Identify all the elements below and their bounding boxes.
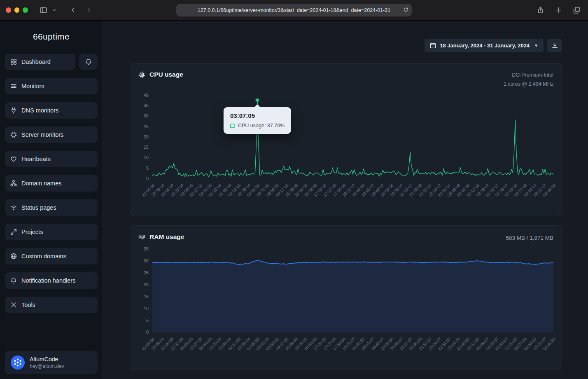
plug-icon — [10, 107, 17, 114]
user-card[interactable]: AltumCode hey@altum.dev — [5, 351, 98, 374]
download-button[interactable] — [547, 39, 562, 52]
window-controls — [6, 7, 28, 13]
cpu-x-axis: 22:04:5622:39:0423:06:0423:33:0400:00:05… — [152, 179, 553, 210]
tab-overview-icon[interactable] — [571, 5, 582, 16]
sliders-icon — [10, 83, 17, 89]
ram-icon — [138, 233, 145, 240]
calendar-icon — [430, 42, 436, 49]
user-name: AltumCode — [30, 356, 64, 363]
download-icon — [552, 42, 558, 49]
user-email: hey@altum.dev — [30, 363, 64, 369]
forward-button[interactable] — [83, 5, 95, 16]
ram-usage-card: RAM usage 583 MB / 1,971 MB 051015202530… — [130, 225, 562, 370]
heart-icon — [10, 156, 17, 162]
highlight-point — [256, 99, 259, 102]
y-tick-label: 5 — [146, 166, 149, 171]
ram-x-axis: 22:04:5622:39:0423:06:0423:33:0400:00:05… — [152, 332, 553, 364]
cpu-usage-card: CPU usage DO-Premium-Intel 1 cores @ 2,4… — [130, 63, 562, 216]
y-tick-label: 30 — [144, 113, 149, 118]
y-tick-label: 35 — [144, 103, 149, 108]
sidebar-item-dashboard[interactable]: Dashboard — [5, 54, 75, 70]
sidebar-item-label: Status pages — [21, 204, 56, 211]
sidebar-item-label: Domain names — [21, 180, 62, 187]
sidebar-item-server-monitors[interactable]: Server monitors — [5, 126, 98, 143]
y-tick-label: 15 — [144, 145, 149, 150]
y-tick-label: 10 — [144, 155, 149, 160]
y-tick-label: 40 — [144, 93, 149, 98]
bell-icon — [10, 277, 17, 284]
cpu-icon — [138, 71, 145, 78]
ram-amount: 583 MB / 1,971 MB — [506, 233, 553, 243]
grid-icon — [10, 58, 17, 65]
bell-icon — [85, 58, 92, 65]
tools-icon — [10, 302, 17, 308]
ram-y-axis: 05101520253035 — [138, 249, 152, 332]
sidebar-item-projects[interactable]: Projects — [5, 224, 98, 240]
notifications-button[interactable] — [79, 54, 98, 70]
date-range-label: 18 January, 2024 - 31 January, 2024 — [440, 42, 530, 49]
server-cores: 1 cores @ 2,494 MHz — [504, 80, 553, 89]
sidebar-toggle-icon[interactable] — [38, 5, 49, 16]
tooltip-time: 03:07:05 — [230, 112, 285, 119]
sidebar-item-monitors[interactable]: Monitors — [5, 78, 98, 94]
sidebar-item-custom-domains[interactable]: Custom domains — [5, 248, 98, 264]
url-text: 127.0.0.1/66uptime/server-monitor/3&star… — [198, 7, 390, 13]
y-tick-label: 15 — [144, 294, 149, 299]
ram-card-title: RAM usage — [149, 233, 184, 241]
new-tab-icon[interactable] — [553, 5, 564, 16]
y-tick-label: 5 — [146, 318, 149, 323]
chart-tooltip: 03:07:05 CPU usage: 37.70% — [224, 107, 291, 134]
cpu-card-title: CPU usage — [149, 71, 183, 78]
y-tick-label: 0 — [146, 176, 149, 181]
sidebar-item-label: DNS monitors — [21, 107, 58, 114]
sidebar: 66uptime DashboardMonitorsDNS monitorsSe… — [0, 21, 103, 379]
zoom-button[interactable] — [23, 7, 28, 13]
reload-icon[interactable] — [403, 7, 408, 14]
series-swatch — [230, 124, 235, 128]
sidebar-item-label: Monitors — [21, 83, 44, 89]
ram-chart[interactable] — [152, 249, 553, 332]
y-tick-label: 25 — [144, 270, 149, 275]
brand: 66uptime — [0, 21, 103, 54]
caret-down-icon: ▼ — [534, 43, 538, 48]
topbar: 18 January, 2024 - 31 January, 2024 ▼ — [130, 39, 562, 52]
sidebar-item-status-pages[interactable]: Status pages — [5, 199, 98, 216]
y-tick-label: 30 — [144, 258, 149, 263]
y-tick-label: 0 — [146, 330, 149, 335]
tooltip-value: CPU usage: 37.70% — [238, 123, 285, 129]
close-button[interactable] — [6, 7, 11, 13]
sidebar-item-notification-handlers[interactable]: Notification handlers — [5, 272, 98, 289]
altumcode-logo — [10, 355, 25, 370]
share-icon[interactable] — [534, 5, 546, 16]
wifi-icon — [10, 204, 17, 211]
sidebar-item-label: Dashboard — [21, 58, 51, 65]
minimize-button[interactable] — [14, 7, 20, 13]
cpu-y-axis: 0510152025303540 — [138, 96, 152, 179]
sidebar-item-label: Custom domains — [21, 253, 66, 260]
sidebar-item-tools[interactable]: Tools — [5, 297, 98, 313]
sidebar-item-dns-monitors[interactable]: DNS monitors — [5, 102, 98, 119]
chevron-down-icon[interactable] — [49, 5, 60, 16]
y-tick-label: 20 — [144, 282, 149, 287]
cpu-chart[interactable]: 03:07:05 CPU usage: 37.70% — [152, 96, 553, 179]
arrows-icon — [10, 229, 17, 235]
browser-chrome: 127.0.0.1/66uptime/server-monitor/3&star… — [0, 0, 588, 21]
sidebar-item-label: Server monitors — [21, 131, 63, 138]
sidebar-item-label: Projects — [21, 229, 43, 235]
y-tick-label: 35 — [144, 246, 149, 251]
sidebar-item-domain-names[interactable]: Domain names — [5, 175, 98, 192]
y-tick-label: 10 — [144, 306, 149, 311]
globe-icon — [10, 253, 17, 260]
url-bar[interactable]: 127.0.0.1/66uptime/server-monitor/3&star… — [176, 4, 412, 16]
sidebar-item-label: Heartbeats — [21, 156, 51, 162]
chip-icon — [10, 131, 17, 138]
y-tick-label: 20 — [144, 134, 149, 139]
server-plan: DO-Premium-Intel — [504, 71, 553, 80]
date-range-picker[interactable]: 18 January, 2024 - 31 January, 2024 ▼ — [425, 39, 544, 52]
sidebar-item-label: Tools — [21, 302, 35, 308]
sidebar-nav: DashboardMonitorsDNS monitorsServer moni… — [0, 54, 103, 313]
back-button[interactable] — [68, 5, 79, 16]
y-tick-label: 25 — [144, 124, 149, 129]
sidebar-item-heartbeats[interactable]: Heartbeats — [5, 151, 98, 167]
main-content: 18 January, 2024 - 31 January, 2024 ▼ CP… — [103, 21, 588, 379]
